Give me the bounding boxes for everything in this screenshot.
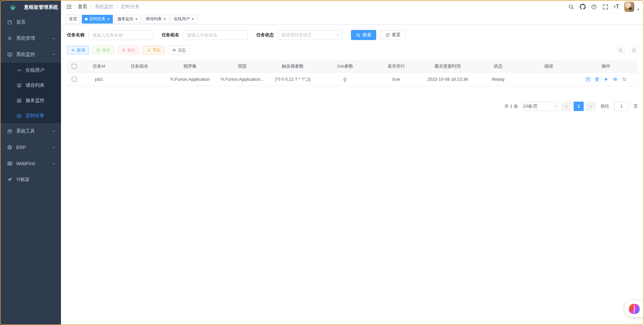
delete-button[interactable]: 删除	[118, 46, 139, 55]
page-size-select[interactable]: 10条/页	[523, 102, 557, 111]
chevron-down-icon	[53, 161, 55, 164]
edit-icon	[96, 48, 100, 52]
breadcrumb: 首页 / 系统监控 / 定时任务	[78, 4, 140, 10]
caret-down-icon[interactable]: ▾	[637, 7, 639, 11]
col-description: 描述	[523, 60, 574, 72]
sidebar-item-label: ERP	[16, 145, 26, 150]
sidebar-item-system-mgmt[interactable]: 系统管理	[0, 30, 61, 46]
grid-icon	[7, 161, 12, 167]
tab-home[interactable]: 首页	[66, 15, 80, 24]
filter-task-status: 任务状态 请选择任务状态	[256, 30, 343, 40]
search-button[interactable]: 搜索	[351, 30, 376, 40]
sidebar-item-label: 首页	[16, 19, 26, 25]
select-all-cell	[67, 60, 80, 72]
page-number-button[interactable]: 1	[574, 102, 584, 111]
task-status-label: 任务状态	[256, 32, 274, 38]
breadcrumb-item-home[interactable]: 首页	[78, 4, 87, 10]
row-delete-icon[interactable]	[594, 77, 600, 82]
export-button-label: 导出	[153, 47, 161, 53]
col-trigger-params: 触发器参数	[266, 60, 320, 72]
tab-service-monitor[interactable]: 服务监控 ×	[115, 15, 141, 24]
row-settings-icon[interactable]	[622, 77, 627, 82]
tab-online-users[interactable]: 在线用户 ×	[171, 15, 197, 24]
sidebar-item-system-monitor[interactable]: 系统监控	[0, 46, 61, 63]
search-icon	[356, 33, 360, 37]
show-search-button[interactable]	[616, 46, 625, 55]
avatar[interactable]	[624, 2, 634, 12]
task-group-input[interactable]	[183, 30, 248, 40]
table-tools	[616, 46, 638, 55]
reset-button[interactable]: 重置	[380, 30, 406, 40]
sidebar-item-label: 缓存列表	[26, 82, 44, 88]
active-dot-icon	[85, 18, 88, 21]
tab-label: 定时任务	[89, 16, 105, 22]
sidebar-item-scheduled-tasks[interactable]: 定时任务	[0, 108, 61, 123]
close-icon[interactable]: ×	[135, 17, 138, 21]
table-row[interactable]: job1 Yi.Furion.Application Yi.Furion.App…	[67, 72, 638, 86]
export-button[interactable]: 导出	[143, 46, 165, 55]
close-icon[interactable]: ×	[192, 17, 194, 21]
task-status-select[interactable]: 请选择任务状态	[278, 30, 343, 40]
log-button-label: 日志	[178, 47, 186, 53]
sidebar-item-system-tools[interactable]: 系统工具	[0, 123, 61, 139]
close-icon[interactable]: ×	[107, 17, 110, 21]
goto-page-input[interactable]	[614, 102, 629, 111]
tab-scheduled-tasks[interactable]: 定时任务 ×	[82, 15, 113, 24]
sidebar-item-webfirst[interactable]: WebFirst	[0, 155, 61, 172]
fullscreen-icon[interactable]	[602, 4, 609, 10]
cell-description	[523, 72, 574, 86]
row-run-icon[interactable]	[604, 77, 609, 82]
tab-label: 在线用户	[174, 16, 190, 22]
sidebar-item-label: 系统监控	[16, 51, 35, 58]
sidebar-item-cache-list[interactable]: 缓存列表	[0, 78, 61, 93]
sidebar-item-service-monitor[interactable]: 服务监控	[0, 93, 61, 108]
col-concurrent: 是否并行	[370, 60, 422, 72]
tab-cache-list[interactable]: 缓存列表 ×	[142, 15, 169, 24]
add-button[interactable]: 新增	[67, 46, 89, 55]
select-all-checkbox[interactable]	[72, 64, 76, 69]
green-leaf-icon	[9, 3, 17, 11]
task-name-label: 任务名称	[67, 32, 85, 38]
pagination-total: 共 1 条	[505, 103, 518, 109]
col-updated-at: 最后更新时间	[422, 60, 473, 72]
sidebar-item-online-users[interactable]: 在线用户	[0, 63, 61, 78]
col-task-group: 任务组名	[118, 60, 161, 72]
sidebar-toggle-icon[interactable]	[66, 3, 73, 10]
breadcrumb-item-monitor[interactable]: 系统监控	[95, 4, 114, 10]
top-navbar: 首页 / 系统监控 / 定时任务	[61, 0, 644, 13]
logo[interactable]: 意框架管理系统	[0, 0, 61, 14]
pager: ‹ 1 ›	[561, 102, 596, 111]
help-icon[interactable]	[591, 4, 597, 10]
search-button-label: 搜索	[362, 32, 371, 38]
globe-icon	[7, 145, 12, 150]
search-icon[interactable]	[568, 4, 574, 10]
col-job-params: Job参数	[320, 60, 370, 72]
task-status-placeholder: 请选择任务状态	[281, 32, 312, 38]
sidebar-item-erp[interactable]: ERP	[0, 139, 61, 155]
sidebar-item-label: 定时任务	[26, 113, 44, 119]
breadcrumb-item-tasks: 定时任务	[121, 4, 140, 10]
page-content: 任务名称 任务组名 任务状态 请选择任务状态	[61, 25, 644, 325]
sidebar-item-label: WebFirst	[16, 161, 35, 166]
chevron-down-icon	[53, 145, 55, 148]
prev-page-button[interactable]: ‹	[561, 102, 572, 111]
next-page-button[interactable]: ›	[586, 102, 596, 111]
cell-job-params: {}	[320, 72, 370, 86]
task-name-input[interactable]	[88, 30, 153, 40]
sidebar-item-home[interactable]: 首页	[0, 14, 61, 30]
log-button[interactable]: 日志	[168, 46, 190, 55]
font-size-icon[interactable]: TT	[614, 4, 619, 10]
font-size-large-glyph: T	[616, 4, 619, 10]
toolbox-icon	[7, 129, 12, 134]
sidebar-item-yi-framework[interactable]: Yi框架	[0, 172, 61, 188]
row-edit-icon[interactable]	[585, 77, 590, 82]
assistant-fab[interactable]	[624, 301, 644, 317]
edit-button[interactable]: 修改	[92, 46, 114, 55]
refresh-table-button[interactable]	[629, 46, 638, 55]
chevron-down-icon	[53, 129, 55, 132]
cell-task-group	[118, 72, 161, 86]
row-checkbox[interactable]	[72, 77, 76, 81]
row-view-icon[interactable]	[613, 77, 618, 82]
close-icon[interactable]: ×	[163, 17, 166, 21]
github-icon[interactable]	[579, 4, 586, 10]
